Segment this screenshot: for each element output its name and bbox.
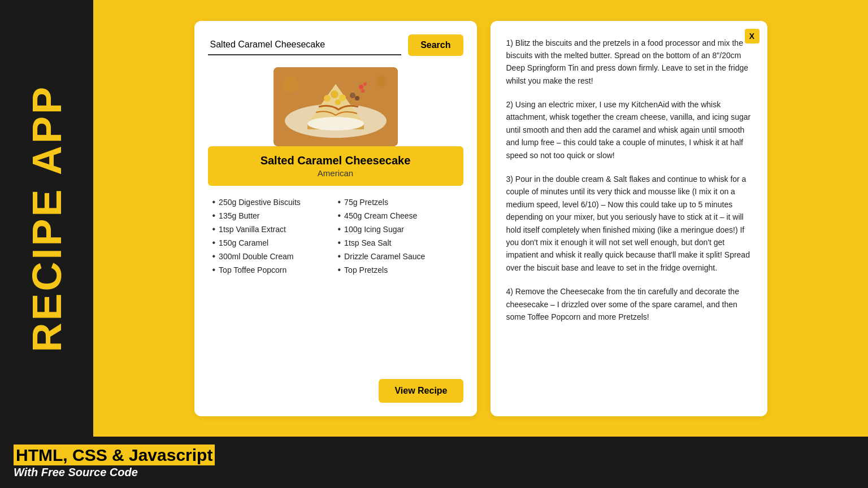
ingredients-grid: 250g Digestive Biscuits 75g Pretzels 135… (208, 197, 463, 275)
instructions-panel: X 1) Blitz the biscuits and the pretzels… (491, 21, 767, 416)
footer: HTML, CSS & Javascript With Free Source … (0, 437, 868, 488)
recipe-title-box: Salted Caramel Cheesecake American (208, 146, 463, 186)
svg-point-6 (324, 95, 331, 102)
footer-title-highlight: HTML, CSS & Javascript (14, 445, 215, 465)
svg-point-5 (307, 117, 364, 130)
svg-point-8 (339, 94, 346, 101)
svg-point-10 (350, 93, 355, 98)
ingredient-item: 250g Digestive Biscuits (212, 197, 333, 207)
footer-subtitle: With Free Source Code (14, 466, 854, 479)
view-recipe-button[interactable]: View Recipe (379, 379, 463, 403)
search-input[interactable] (208, 35, 402, 55)
svg-point-7 (331, 90, 338, 98)
ingredient-item: 1tsp Vanilla Extract (212, 224, 333, 234)
ingredient-item: 1tsp Sea Salt (338, 238, 459, 248)
recipe-image (274, 67, 398, 146)
svg-point-15 (363, 82, 367, 86)
ingredient-item: 100g Icing Sugar (338, 224, 459, 234)
ingredient-item: Drizzle Caramel Sauce (338, 251, 459, 262)
svg-point-12 (282, 76, 299, 93)
close-button[interactable]: X (745, 29, 760, 43)
svg-point-13 (375, 76, 387, 87)
recipe-card: Search (194, 21, 477, 416)
ingredient-item: Top Pretzels (338, 265, 459, 275)
ingredient-item: 150g Caramel (212, 238, 333, 248)
recipe-name: Salted Caramel Cheesecake (216, 154, 455, 167)
ingredient-item: 300ml Double Cream (212, 251, 333, 262)
ingredient-item: 135g Butter (212, 211, 333, 221)
svg-point-11 (355, 96, 359, 101)
ingredient-item: Top Toffee Popcorn (212, 265, 333, 275)
search-row: Search (208, 34, 463, 56)
svg-point-14 (359, 85, 363, 89)
footer-title: HTML, CSS & Javascript (14, 446, 854, 465)
search-button[interactable]: Search (408, 34, 463, 56)
app-title: RECIPE APP (27, 85, 67, 352)
svg-point-16 (361, 89, 364, 93)
sidebar: RECIPE APP (0, 0, 93, 437)
svg-point-9 (335, 99, 341, 105)
instruction-step-2: 2) Using an electric mixer, I use my Kit… (506, 98, 752, 162)
instruction-step-4: 4) Remove the Cheesecake from the tin ca… (506, 285, 752, 323)
content-area: Search (93, 0, 868, 437)
instruction-step-3: 3) Pour in the double cream & Salt flake… (506, 173, 752, 274)
recipe-cuisine: American (216, 168, 455, 178)
ingredient-item: 450g Cream Cheese (338, 211, 459, 221)
instruction-step-1: 1) Blitz the biscuits and the pretzels i… (506, 37, 752, 88)
ingredient-item: 75g Pretzels (338, 197, 459, 207)
